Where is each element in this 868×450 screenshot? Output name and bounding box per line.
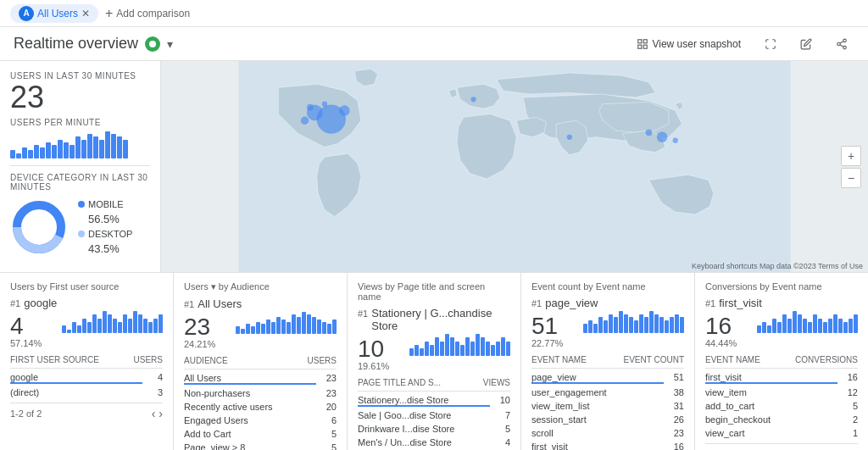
table-row: view_cart1 [705, 426, 858, 440]
card-name: All Users [198, 297, 242, 310]
row-value: 5 [316, 429, 337, 439]
card-footer: 1-2 of 2‹› [10, 403, 163, 420]
table-row: page_view51 [531, 370, 684, 386]
map-bubble [673, 138, 678, 143]
row-value: 23 [316, 373, 337, 385]
table-header: FIRST USER SOURCEUSERS [10, 352, 163, 369]
row-name: Stationery...dise Store [358, 395, 490, 407]
fullscreen-button[interactable] [758, 35, 783, 53]
row-value: 12 [837, 387, 858, 397]
table-row: Engaged Users6 [184, 414, 337, 427]
card-rank: #1 [184, 299, 194, 309]
svg-point-7 [843, 46, 847, 49]
next-page-button[interactable]: › [159, 407, 163, 420]
card-title[interactable]: Views by Page title and screen name [358, 281, 510, 302]
device-donut-section: MOBILE 56.5% DESKTOP 43.5% [10, 193, 150, 256]
device-label: DEVICE CATEGORY IN LAST 30 MINUTES [10, 173, 150, 192]
row-name: Men's / Un...dise Store [358, 437, 490, 447]
map-bubble [646, 129, 653, 136]
card-title[interactable]: Users by First user source [10, 281, 163, 292]
row-name: view_item_list [531, 401, 664, 411]
desktop-dot [78, 231, 85, 237]
table-row: All Users23 [184, 371, 337, 386]
table-row: (direct)3 [10, 386, 163, 399]
row-name: add_to_cart [705, 401, 837, 411]
row-name: Engaged Users [184, 415, 316, 425]
device-legend: MOBILE 56.5% DESKTOP 43.5% [78, 199, 132, 255]
user-segment-badge[interactable]: A All Users ✕ [10, 4, 98, 23]
map-bubble [307, 104, 314, 111]
table-row: google4 [10, 370, 163, 386]
row-name: first_visit [705, 372, 837, 384]
card-2: Views by Page title and screen name#1Sta… [348, 273, 521, 450]
zoom-in-button[interactable]: + [841, 146, 861, 166]
row-value: 23 [316, 388, 337, 398]
map-bubble [339, 105, 349, 115]
row-name: Drinkware I...dise Store [358, 424, 490, 434]
segment-close-icon[interactable]: ✕ [81, 8, 90, 19]
zoom-out-button[interactable]: − [841, 168, 861, 188]
table-row: first_visit16 [531, 440, 684, 450]
map-attribution: Keyboard shortcuts Map data ©2023 Terms … [692, 262, 863, 270]
card-sparkline [236, 310, 337, 334]
map-bubble [470, 97, 476, 102]
snapshot-icon [637, 38, 648, 50]
mobile-pct: 56.5% [88, 213, 132, 225]
top-section: USERS IN LAST 30 MINUTES 23 USERS PER MI… [0, 61, 868, 272]
table-header: PAGE TITLE AND S...VIEWS [358, 375, 510, 392]
svg-rect-4 [638, 45, 642, 48]
table-row: Stationery...dise Store10 [358, 393, 510, 408]
card-count: 16 [705, 314, 732, 338]
table-row: scroll23 [531, 426, 684, 440]
row-value: 16 [664, 442, 684, 450]
row-value: 5 [837, 401, 858, 411]
card-title[interactable]: Conversions by Event name [705, 281, 858, 292]
row-value: 23 [664, 428, 684, 438]
add-comparison-button[interactable]: + Add comparison [105, 6, 190, 21]
card-sparkline [62, 309, 163, 333]
card-1: Users ▾ by Audience#1All Users2324.21%AU… [174, 273, 348, 450]
card-name: first_visit [719, 297, 762, 309]
view-snapshot-button[interactable]: View user snapshot [630, 35, 748, 53]
card-sparkline [757, 309, 858, 333]
card-count: 23 [184, 315, 210, 339]
row-value: 5 [490, 424, 510, 434]
row-name: first_visit [531, 442, 664, 450]
table-row: user_engagement38 [531, 386, 684, 399]
table-row: Add to Cart5 [184, 427, 337, 441]
card-footer: 1-5 of 5‹› [705, 443, 858, 450]
page-title: Realtime overview [14, 35, 138, 53]
card-rank: #1 [358, 308, 368, 319]
card-name: Stationery | G...chandise Store [371, 307, 510, 332]
edit-button[interactable] [793, 35, 819, 53]
col-header-name: FIRST USER SOURCE [10, 355, 99, 364]
table-header: AUDIENCEUSERS [184, 353, 337, 369]
row-value: 4 [490, 437, 510, 447]
card-count: 4 [10, 314, 24, 338]
card-title[interactable]: Users ▾ by Audience [184, 281, 337, 292]
live-indicator [145, 36, 160, 52]
title-dropdown-icon[interactable]: ▾ [167, 37, 173, 51]
card-title[interactable]: Event count by Event name [531, 281, 684, 292]
share-icon [836, 38, 848, 50]
row-name: view_item [705, 387, 837, 397]
row-name: Non-purchasers [184, 388, 316, 398]
row-value: 38 [664, 387, 684, 397]
card-0: Users by First user source#1google457.14… [0, 273, 174, 450]
col-header-value: CONVERSIONS [795, 355, 858, 364]
row-name: Recently active users [184, 402, 316, 412]
snapshot-label: View user snapshot [652, 38, 741, 50]
prev-page-button[interactable]: ‹ [152, 407, 156, 420]
card-rank: #1 [705, 298, 715, 308]
row-value: 4 [142, 372, 163, 384]
row-name: user_engagement [531, 387, 664, 397]
card-pct: 44.44% [705, 338, 858, 348]
row-name: All Users [184, 373, 316, 385]
card-sparkline [409, 332, 510, 356]
row-value: 31 [664, 401, 684, 411]
user-segment-label: All Users [37, 8, 78, 19]
mobile-label: MOBILE [88, 199, 124, 209]
svg-point-0 [149, 41, 156, 47]
svg-rect-2 [644, 39, 648, 42]
share-button[interactable] [829, 35, 854, 53]
